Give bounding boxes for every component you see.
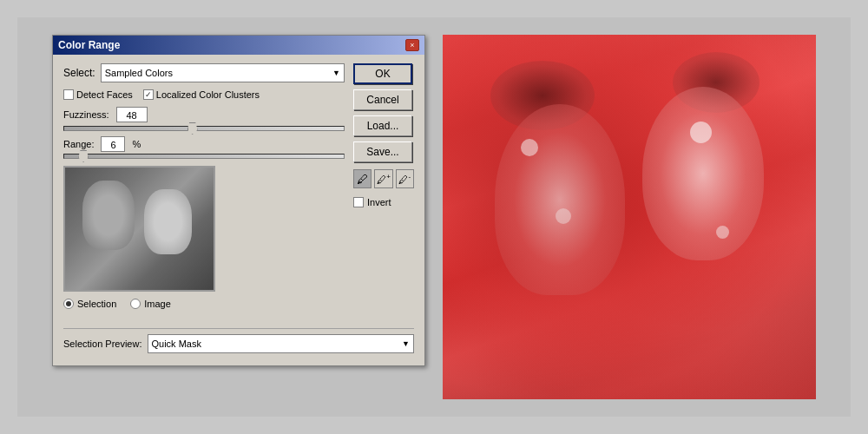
spot-2 xyxy=(690,122,712,143)
fuzziness-slider-track[interactable] xyxy=(63,126,345,131)
selection-preview-row: Selection Preview: Quick Mask ▼ xyxy=(63,328,414,358)
localized-color-clusters-label: Localized Color Clusters xyxy=(156,89,260,100)
preview-image xyxy=(63,166,215,292)
face-right xyxy=(642,87,764,260)
image-panel xyxy=(443,35,816,399)
invert-row: Invert xyxy=(353,197,414,207)
range-percent: % xyxy=(132,139,141,149)
localized-color-clusters-item: Localized Color Clusters xyxy=(143,89,260,100)
ok-button[interactable]: OK xyxy=(353,63,412,84)
spot-1 xyxy=(521,139,538,156)
eyedropper-icon: 🖊 xyxy=(357,173,368,186)
dialog-body: Select: Sampled Colors ▼ Detect Faces Lo… xyxy=(53,55,424,325)
detect-faces-checkbox[interactable] xyxy=(63,89,74,100)
load-button[interactable]: Load... xyxy=(353,115,412,136)
spot-3 xyxy=(556,208,571,224)
selection-preview-value: Quick Mask xyxy=(152,339,201,349)
invert-label: Invert xyxy=(367,197,391,207)
dialog-titlebar: Color Range × xyxy=(53,36,424,55)
main-container: Color Range × Select: Sampled Colors ▼ xyxy=(17,17,851,417)
fuzziness-row: Fuzziness: 48 xyxy=(63,107,345,131)
face-left xyxy=(495,104,625,295)
range-slider-thumb[interactable] xyxy=(78,150,89,162)
range-slider-track[interactable] xyxy=(63,154,345,159)
selection-preview-dropdown[interactable]: Quick Mask ▼ xyxy=(148,334,415,353)
detect-faces-label: Detect Faces xyxy=(76,89,133,100)
detect-faces-item: Detect Faces xyxy=(63,89,133,100)
eyedropper-button[interactable]: 🖊 xyxy=(353,169,372,188)
fuzziness-label: Fuzziness: xyxy=(63,109,109,120)
eyedropper-minus-icon: 🖊- xyxy=(398,173,411,185)
preview-inner xyxy=(65,168,214,290)
eyedropper-tools-row: 🖊 🖊+ 🖊- xyxy=(353,169,414,188)
close-button[interactable]: × xyxy=(405,39,419,51)
image-radio-label: Image xyxy=(144,299,171,309)
dialog-left-panel: Select: Sampled Colors ▼ Detect Faces Lo… xyxy=(63,63,345,316)
select-row: Select: Sampled Colors ▼ xyxy=(63,63,345,82)
eyedropper-plus-icon: 🖊+ xyxy=(377,173,391,185)
selection-preview-arrow-icon: ▼ xyxy=(402,339,410,348)
select-label: Select: xyxy=(63,67,95,79)
selection-radio-item: Selection xyxy=(63,299,116,309)
dialog-title: Color Range xyxy=(58,39,120,51)
dialog-right-panel: OK Cancel Load... Save... 🖊 🖊+ 🖊- xyxy=(353,63,414,316)
checkboxes-row: Detect Faces Localized Color Clusters xyxy=(63,89,345,100)
save-button[interactable]: Save... xyxy=(353,141,412,162)
cancel-button[interactable]: Cancel xyxy=(353,89,412,110)
fuzziness-value[interactable]: 48 xyxy=(116,107,148,122)
fuzziness-slider-thumb[interactable] xyxy=(187,122,198,135)
invert-checkbox[interactable] xyxy=(353,197,364,207)
image-radio-item: Image xyxy=(130,299,171,309)
photo-background xyxy=(443,35,816,399)
range-slider-row: Range: 6 % xyxy=(63,136,345,159)
selection-radio-label: Selection xyxy=(77,299,116,309)
preview-face-left xyxy=(82,181,135,250)
range-row: Range: 6 % xyxy=(63,136,345,152)
fuzziness-header: Fuzziness: 48 xyxy=(63,107,345,122)
select-dropdown[interactable]: Sampled Colors ▼ xyxy=(101,63,345,82)
localized-color-clusters-checkbox[interactable] xyxy=(143,89,154,100)
eyedropper-plus-button[interactable]: 🖊+ xyxy=(374,169,392,188)
range-value[interactable]: 6 xyxy=(101,136,125,152)
selection-preview-label: Selection Preview: xyxy=(63,339,142,349)
eyedropper-minus-button[interactable]: 🖊- xyxy=(396,169,414,188)
selection-radio[interactable] xyxy=(63,299,74,309)
image-radio[interactable] xyxy=(130,299,141,309)
image-content xyxy=(443,35,816,399)
radio-row: Selection Image xyxy=(63,299,345,309)
select-dropdown-value: Sampled Colors xyxy=(105,68,173,78)
dialog-footer: Selection Preview: Quick Mask ▼ xyxy=(53,325,424,365)
spot-4 xyxy=(716,226,729,239)
preview-face-right xyxy=(144,189,192,254)
range-label: Range: xyxy=(63,139,94,149)
color-range-dialog: Color Range × Select: Sampled Colors ▼ xyxy=(52,35,425,366)
dropdown-arrow-icon: ▼ xyxy=(332,69,340,77)
